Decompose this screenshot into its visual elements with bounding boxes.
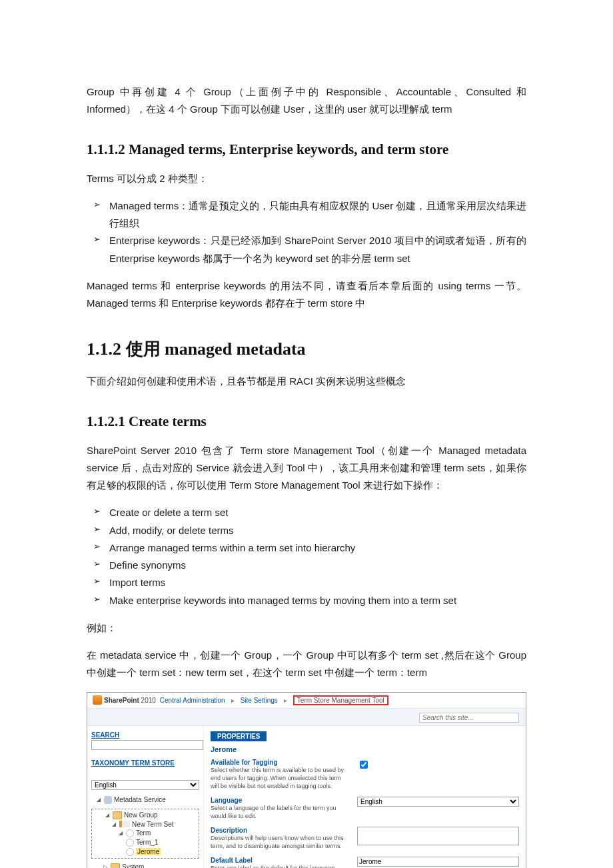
bullet-marker: ➢ bbox=[87, 197, 109, 213]
properties-tab[interactable]: PROPERTIES bbox=[211, 731, 267, 741]
bullet-marker: ➢ bbox=[87, 522, 109, 537]
termset-icon bbox=[119, 821, 130, 827]
tree-node-termset[interactable]: ◢New Term Set bbox=[93, 820, 197, 829]
list-item: ➢Arrange managed terms within a term set… bbox=[87, 539, 526, 557]
prop-title-description: Description bbox=[211, 827, 350, 834]
list-item: ➢Make enterprise keywords into managed t… bbox=[87, 592, 526, 609]
tree-node-root[interactable]: ◢Metadata Service bbox=[91, 795, 199, 805]
tree-node-system[interactable]: ▷System bbox=[91, 863, 199, 869]
heading-1112: 1.1.1.2 Managed terms, Enterprise keywor… bbox=[87, 141, 526, 158]
breadcrumb-current: Term Store Management Tool bbox=[293, 695, 388, 705]
screenshot-termstore: SharePoint 2010 Central Administration ▸… bbox=[87, 692, 526, 869]
left-search-title: SEARCH bbox=[91, 731, 199, 739]
para-example-label: 例如： bbox=[87, 619, 526, 637]
list-item: ➢Define synonyms bbox=[87, 557, 526, 574]
term-icon bbox=[126, 829, 134, 837]
para-112-intro: 下面介绍如何创建和使用术语，且各节都是用 RACI 实例来说明这些概念 bbox=[87, 373, 526, 390]
bullet-list-2: ➢Create or delete a term set ➢Add, modif… bbox=[87, 504, 526, 609]
heading-112: 1.1.2 使用 managed metadata bbox=[87, 337, 526, 361]
folder-icon bbox=[111, 863, 120, 869]
para-after-types: Managed terms 和 enterprise keywords 的用法不… bbox=[87, 277, 526, 313]
bullet-marker: ➢ bbox=[87, 574, 109, 589]
language-select[interactable]: English bbox=[91, 780, 199, 790]
bullet-marker: ➢ bbox=[87, 539, 109, 555]
para-types-intro: Terms 可以分成 2 种类型： bbox=[87, 170, 526, 187]
database-icon bbox=[104, 796, 112, 804]
taxonomy-search-input[interactable] bbox=[91, 740, 203, 750]
term-icon bbox=[126, 839, 134, 847]
breadcrumb-sep-icon: ▸ bbox=[284, 697, 287, 704]
available-for-tagging-checkbox[interactable] bbox=[360, 761, 368, 769]
default-label-input[interactable] bbox=[357, 857, 519, 867]
bullet-marker: ➢ bbox=[87, 557, 109, 572]
tree-node-term-selected[interactable]: Jerome bbox=[93, 847, 197, 857]
list-item: ➢Import terms bbox=[87, 574, 526, 591]
breadcrumb-link[interactable]: Site Settings bbox=[241, 697, 278, 704]
list-item: ➢ Managed terms：通常是预定义的，只能由具有相应权限的 User … bbox=[87, 197, 526, 233]
sharepoint-icon bbox=[93, 695, 102, 705]
sp-header: SharePoint 2010 Central Administration ▸… bbox=[87, 693, 526, 709]
prop-title-language: Language bbox=[211, 797, 350, 804]
para-intro: Group 中再创建 4 个 Group（上面例子中的 Responsible、… bbox=[87, 83, 526, 119]
list-item: ➢Add, modify, or delete terms bbox=[87, 522, 526, 539]
left-store-title: TAXONOMY TERM STORE bbox=[91, 759, 199, 767]
site-search-input[interactable] bbox=[419, 713, 519, 723]
term-name-heading: Jerome bbox=[211, 745, 519, 753]
prop-help: Enter one label as the default for this … bbox=[211, 864, 350, 868]
term-language-select[interactable]: English bbox=[357, 797, 519, 807]
left-panel: SEARCH TAXONOMY TERM STORE English ◢Meta… bbox=[87, 726, 204, 869]
heading-1121: 1.1.2.1 Create terms bbox=[87, 413, 526, 430]
tree-node-term[interactable]: Term_1 bbox=[93, 838, 197, 847]
prop-help: Select whether this term is available to… bbox=[211, 766, 350, 790]
prop-help: Select a language of the labels for the … bbox=[211, 804, 350, 820]
description-textarea[interactable] bbox=[357, 827, 519, 845]
bullet-marker: ➢ bbox=[87, 232, 109, 247]
para-example-body: 在 metadata service 中，创建一个 Group，一个 Group… bbox=[87, 647, 526, 682]
list-item: ➢Create or delete a term set bbox=[87, 504, 526, 521]
breadcrumb-link[interactable]: Central Administration bbox=[160, 697, 225, 704]
prop-help: Descriptions will help users know when t… bbox=[211, 834, 350, 850]
breadcrumb-sep-icon: ▸ bbox=[231, 697, 235, 704]
properties-panel: PROPERTIES Jerome Available for Tagging … bbox=[204, 726, 526, 869]
prop-title-default-label: Default Label bbox=[211, 857, 350, 864]
prop-title-tagging: Available for Tagging bbox=[211, 759, 350, 766]
bullet-marker: ➢ bbox=[87, 592, 109, 607]
term-tree: ◢Metadata Service ◢New Group ◢New Term S… bbox=[91, 795, 199, 869]
para-1121-a: SharePoint Server 2010 包含了 Term store Ma… bbox=[87, 442, 526, 495]
list-item: ➢ Enterprise keywords：只是已经添加到 SharePoint… bbox=[87, 232, 526, 267]
folder-icon bbox=[113, 811, 122, 819]
sharepoint-logo: SharePoint 2010 bbox=[93, 695, 156, 705]
bullet-marker: ➢ bbox=[87, 504, 109, 519]
site-search-bar bbox=[87, 709, 526, 726]
bullet-list-1: ➢ Managed terms：通常是预定义的，只能由具有相应权限的 User … bbox=[87, 197, 526, 267]
tree-node-term[interactable]: ◢Term bbox=[93, 829, 197, 838]
tree-node-group[interactable]: ◢New Group bbox=[93, 811, 197, 820]
term-icon bbox=[126, 848, 134, 856]
